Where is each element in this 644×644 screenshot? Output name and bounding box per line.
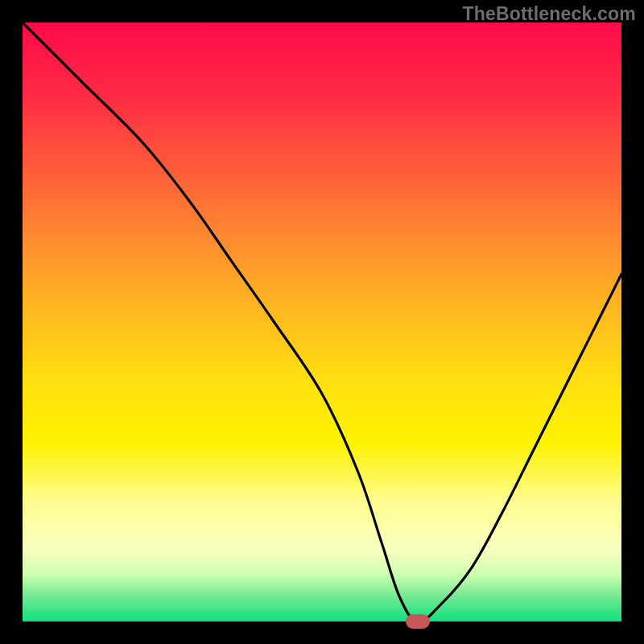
chart-container: TheBottleneck.com xyxy=(0,0,644,644)
plot-area xyxy=(23,23,621,621)
optimal-marker xyxy=(406,614,430,629)
bottleneck-curve xyxy=(23,23,621,621)
watermark-text: TheBottleneck.com xyxy=(462,3,636,25)
curve-path xyxy=(23,23,621,621)
